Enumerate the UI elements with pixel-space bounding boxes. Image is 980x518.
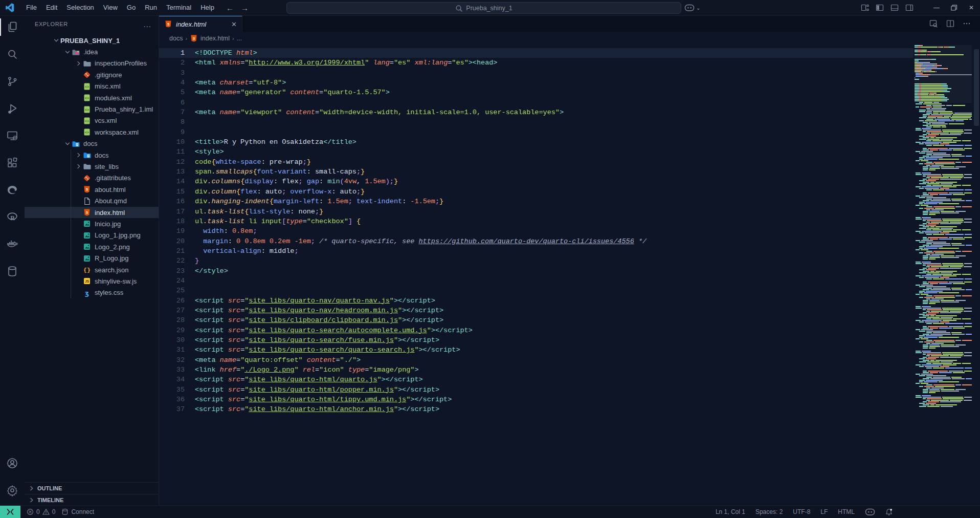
code-line-23[interactable]: 23</style>	[159, 266, 914, 276]
code-line-8[interactable]: 8	[159, 117, 914, 127]
menu-item-edit[interactable]: Edit	[41, 0, 62, 15]
menu-item-go[interactable]: Go	[122, 0, 140, 15]
tree-item--gitattributes[interactable]: .gitattributes	[25, 172, 159, 184]
tree-item-misc-xml[interactable]: <>misc.xml	[25, 81, 159, 92]
tree-item-workspace-xml[interactable]: <>workspace.xml	[25, 126, 159, 138]
toggle-secondary-sidebar-icon[interactable]	[905, 4, 914, 12]
forward-arrow-icon[interactable]: →	[241, 4, 249, 12]
back-arrow-icon[interactable]: ←	[226, 4, 234, 12]
activity-explorer[interactable]	[0, 15, 25, 39]
tree-item-r-logo-jpg[interactable]: R_Logo.jpg	[25, 252, 159, 264]
activity-remote-explorer[interactable]	[0, 124, 25, 147]
breadcrumb[interactable]: docs › 5 index.html › ...	[159, 32, 980, 45]
tree-item-logo-1-jpg-png[interactable]: Logo_1.jpg.png	[25, 230, 159, 241]
code-line-17[interactable]: 17ul.task-list{list-style: none;}	[159, 207, 914, 217]
code-line-5[interactable]: 5<meta name="generator" content="quarto-…	[159, 88, 914, 97]
code-line-1[interactable]: 1<!DOCTYPE html>	[159, 48, 914, 58]
section-outline[interactable]: OUTLINE	[25, 483, 159, 494]
code-line-7[interactable]: 7<meta name="viewport" content="width=de…	[159, 107, 914, 117]
menu-item-selection[interactable]: Selection	[62, 0, 98, 15]
tree-item-logo-2-png[interactable]: Logo_2.png	[25, 241, 159, 252]
code-line-27[interactable]: 27<script src="site_libs/quarto-nav/head…	[159, 306, 914, 315]
language-mode[interactable]: HTML	[838, 508, 855, 515]
activity-run-debug[interactable]	[0, 97, 25, 120]
activity-source-control[interactable]	[0, 70, 25, 93]
code-line-11[interactable]: 11<style>	[159, 147, 914, 157]
code-line-4[interactable]: 4<meta charset="utf-8">	[159, 78, 914, 88]
minimize-button[interactable]: ―	[928, 0, 945, 15]
tree-item-inspectionprofiles[interactable]: inspectionProfiles	[25, 58, 159, 69]
db-connect[interactable]: Connect	[61, 508, 94, 515]
code-line-18[interactable]: 18ul.task-list li input[type="checkbox"]…	[159, 217, 914, 226]
toggle-sidebar-icon[interactable]	[876, 4, 884, 12]
open-changes-icon[interactable]	[929, 19, 938, 28]
code-line-3[interactable]: 3	[159, 68, 914, 78]
copilot-menu[interactable]: ⌄	[684, 0, 700, 15]
section-timeline[interactable]: TIMELINE	[25, 494, 159, 506]
menu-item-view[interactable]: View	[99, 0, 122, 15]
tab-close-icon[interactable]: ✕	[231, 20, 237, 28]
more-actions-icon[interactable]	[963, 19, 971, 28]
menu-item-run[interactable]: Run	[140, 0, 162, 15]
code-line-6[interactable]: 6	[159, 98, 914, 107]
activity-database[interactable]	[0, 260, 25, 283]
code-line-24[interactable]: 24	[159, 276, 914, 286]
code-line-32[interactable]: 32<meta name="quarto:offset" content="./…	[159, 355, 914, 365]
maximize-button[interactable]	[945, 0, 963, 15]
remote-indicator[interactable]	[0, 506, 20, 518]
tree-item-prueba-shiny-1[interactable]: PRUEBA_SHINY_1	[25, 35, 159, 46]
code-line-33[interactable]: 33<link href="./Logo_2.png" rel="icon" t…	[159, 365, 914, 375]
tab-index-html[interactable]: 5 index.html ✕	[159, 15, 242, 32]
notifications-bell-icon[interactable]	[885, 508, 893, 516]
breadcrumb-symbol[interactable]: ...	[237, 35, 242, 42]
tree-item--gitignore[interactable]: .gitignore	[25, 69, 159, 80]
tree-item--idea[interactable]: .idea	[25, 46, 159, 57]
code-line-34[interactable]: 34<script src="site_libs/quarto-html/qua…	[159, 375, 914, 384]
tree-item-inicio-jpg[interactable]: Inicio.jpg	[25, 218, 159, 229]
code-line-26[interactable]: 26<script src="site_libs/quarto-nav/quar…	[159, 296, 914, 306]
tree-item-search-json[interactable]: {}search.json	[25, 264, 159, 275]
activity-search[interactable]	[0, 42, 25, 66]
code-line-22[interactable]: 22}	[159, 256, 914, 266]
tree-item-prueba-shiny-1-iml[interactable]: <>Prueba_shiny_1.iml	[25, 103, 159, 115]
activity-settings[interactable]	[0, 479, 25, 502]
tree-item-styles-css[interactable]: ʒstyles.css	[25, 287, 159, 298]
code-line-28[interactable]: 28<script src="site_libs/clipboard/clipb…	[159, 315, 914, 325]
menu-item-terminal[interactable]: Terminal	[162, 0, 196, 15]
tree-item-about-html[interactable]: 5about.html	[25, 184, 159, 195]
breadcrumb-docs[interactable]: docs	[169, 35, 183, 42]
code-line-2[interactable]: 2<html xmlns="http://www.w3.org/1999/xht…	[159, 58, 914, 68]
activity-edge-browser[interactable]	[0, 178, 25, 202]
code-line-14[interactable]: 14div.columns{display: flex; gap: min(4v…	[159, 177, 914, 186]
minimap[interactable]	[915, 45, 972, 506]
activity-account[interactable]	[0, 451, 25, 475]
menu-item-file[interactable]: File	[21, 0, 41, 15]
tree-item-site-libs[interactable]: site_libs	[25, 161, 159, 172]
tree-item-about-qmd[interactable]: About.qmd	[25, 195, 159, 206]
code-line-12[interactable]: 12code{white-space: pre-wrap;}	[159, 157, 914, 167]
problems-indicator[interactable]: 0 0	[27, 508, 55, 515]
tree-item-vcs-xml[interactable]: <>vcs.xml	[25, 115, 159, 126]
tree-item-docs[interactable]: docs	[25, 138, 159, 149]
customize-layout-icon[interactable]	[861, 4, 869, 12]
code-line-25[interactable]: 25	[159, 286, 914, 295]
scrollbar-thumb[interactable]	[974, 49, 979, 126]
code-line-16[interactable]: 16div.hanging-indent{margin-left: 1.5em;…	[159, 197, 914, 206]
code-line-29[interactable]: 29<script src="site_libs/quarto-search/a…	[159, 326, 914, 335]
cursor-position[interactable]: Ln 1, Col 1	[716, 508, 745, 515]
code-line-9[interactable]: 9	[159, 127, 914, 137]
code-line-30[interactable]: 30<script src="site_libs/quarto-search/f…	[159, 335, 914, 345]
close-button[interactable]: ✕	[963, 0, 980, 15]
encoding[interactable]: UTF-8	[793, 508, 810, 515]
indentation[interactable]: Spaces: 2	[755, 508, 783, 515]
code-line-10[interactable]: 10<title>R y Python en Osakidetza</title…	[159, 137, 914, 147]
tree-item-shinylive-sw-js[interactable]: JSshinylive-sw.js	[25, 275, 159, 287]
tree-item-modules-xml[interactable]: <>modules.xml	[25, 92, 159, 103]
split-editor-icon[interactable]	[946, 19, 954, 28]
code-line-36[interactable]: 36<script src="site_libs/quarto-html/tip…	[159, 395, 914, 404]
code-line-19[interactable]: 19 width: 0.8em;	[159, 226, 914, 236]
toggle-panel-icon[interactable]	[890, 4, 899, 12]
code-line-37[interactable]: 37<script src="site_libs/quarto-html/anc…	[159, 404, 914, 414]
vertical-scrollbar[interactable]	[973, 45, 980, 506]
activity-docker[interactable]	[0, 232, 25, 256]
